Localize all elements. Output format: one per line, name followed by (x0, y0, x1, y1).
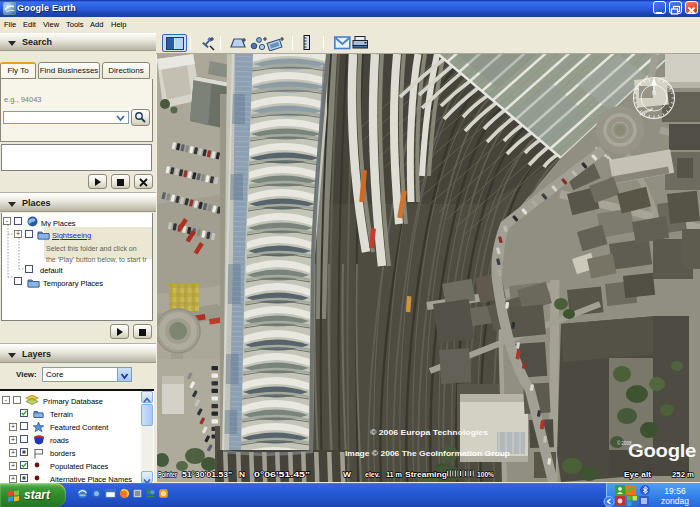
svg-text:N: N (239, 470, 245, 479)
svg-text:11 m: 11 m (386, 470, 402, 479)
svg-text:100%: 100% (477, 470, 494, 479)
svg-text:N: N (652, 90, 656, 96)
svg-text:Eye alt: Eye alt (624, 470, 651, 479)
svg-text:252 m: 252 m (672, 470, 694, 479)
svg-text:Image © 2006 The GeoInformatio: Image © 2006 The GeoInformation Group (345, 449, 510, 458)
svg-text:© 2006 Europa Technologies: © 2006 Europa Technologies (370, 428, 489, 437)
svg-text:0°06'51.45": 0°06'51.45" (254, 470, 310, 479)
svg-text:Pointer: Pointer (158, 470, 177, 479)
svg-text:W: W (343, 470, 351, 479)
svg-text:51°30'01.53": 51°30'01.53" (182, 470, 232, 479)
svg-text:Google: Google (628, 441, 696, 461)
svg-text:elev.: elev. (365, 470, 380, 479)
svg-text:Streaming: Streaming (405, 470, 447, 479)
